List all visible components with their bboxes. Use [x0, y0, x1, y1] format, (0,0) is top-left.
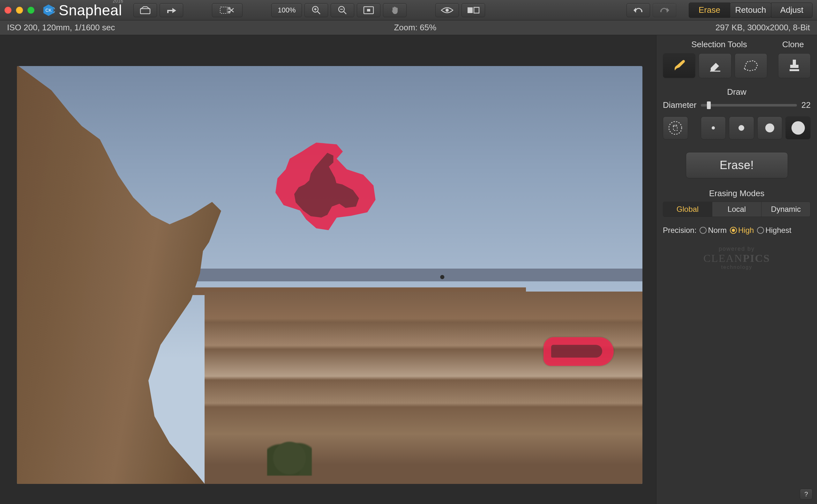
dot-icon	[739, 125, 744, 131]
radio-icon	[757, 227, 764, 234]
image-infobar: ISO 200, 120mm, 1/1600 sec Zoom: 65% 297…	[0, 20, 817, 35]
help-button[interactable]: ?	[800, 489, 813, 500]
svg-rect-13	[790, 69, 799, 71]
erase-button[interactable]: Erase!	[686, 152, 788, 178]
powered-by: powered by CLEANPICS technology	[703, 246, 770, 270]
app-badge-text: CK	[45, 8, 52, 13]
mode-tab-retouch[interactable]: Retouch	[730, 3, 771, 18]
mode-tabs: Erase Retouch Adjust	[689, 3, 813, 18]
svg-rect-11	[474, 7, 479, 13]
dot-icon	[712, 126, 715, 130]
brush-size-lg[interactable]	[785, 116, 811, 139]
undo-button[interactable]	[627, 3, 650, 17]
svg-point-9	[446, 9, 449, 12]
svg-rect-1	[140, 9, 150, 14]
right-panel: Selection Tools Clone Draw Diameter	[656, 35, 817, 504]
compare-button[interactable]	[462, 3, 485, 17]
svg-rect-2	[220, 7, 227, 13]
box-open-icon	[140, 6, 151, 14]
app-year: 2016	[113, 0, 123, 4]
mode-tab-erase[interactable]: Erase	[689, 3, 730, 18]
erasing-mode-dynamic[interactable]: Dynamic	[761, 202, 810, 217]
erasing-modes-segmented: Global Local Dynamic	[663, 202, 811, 217]
precision-high[interactable]: High	[730, 226, 754, 235]
svg-rect-10	[468, 7, 473, 13]
hand-pan-icon	[390, 5, 399, 15]
zoom-out-icon	[338, 5, 347, 15]
zoom-in-icon	[311, 5, 321, 15]
photo-bush	[267, 441, 312, 476]
precision-highest[interactable]: Highest	[757, 226, 791, 235]
image-canvas[interactable]	[17, 66, 643, 484]
redo-arrow-icon	[659, 6, 670, 14]
brush-size-sm[interactable]	[729, 116, 754, 139]
eraser-tool[interactable]	[699, 53, 731, 78]
diameter-value: 22	[801, 100, 811, 110]
eye-preview-icon	[441, 6, 454, 14]
window-minimize-button[interactable]	[16, 7, 23, 14]
zoom-percent-button[interactable]: 100%	[271, 3, 302, 17]
crop-scissors-icon	[219, 6, 235, 15]
diameter-slider-thumb[interactable]	[707, 101, 711, 109]
erasing-mode-global[interactable]: Global	[663, 202, 712, 217]
svg-rect-15	[673, 126, 677, 130]
hand-pan-button[interactable]	[383, 3, 406, 17]
precision-norm[interactable]: Norm	[700, 226, 727, 235]
mode-tab-adjust[interactable]: Adjust	[771, 3, 813, 18]
eraser-icon	[708, 58, 722, 73]
brush-tool[interactable]	[663, 53, 695, 78]
fit-screen-button[interactable]	[357, 3, 380, 17]
undo-arrow-icon	[633, 6, 644, 14]
window-close-button[interactable]	[4, 7, 11, 14]
open-button[interactable]	[133, 3, 157, 17]
app-name: Snapheal 2016	[59, 2, 122, 19]
exif-info: ISO 200, 120mm, 1/1600 sec	[7, 23, 115, 33]
app-logo-icon: CK	[42, 4, 55, 17]
window-titlebar: CK Snapheal 2016 100%	[0, 0, 817, 20]
draw-heading: Draw	[663, 87, 811, 97]
lasso-icon	[743, 59, 759, 72]
trash-dashed-icon	[668, 120, 683, 136]
brush-icon	[672, 58, 687, 73]
redo-button[interactable]	[653, 3, 676, 17]
lasso-tool[interactable]	[735, 53, 767, 78]
window-zoom-button[interactable]	[27, 7, 34, 14]
share-button[interactable]	[160, 3, 183, 17]
svg-point-14	[669, 122, 682, 134]
share-arrow-icon	[166, 6, 177, 14]
stamp-icon	[788, 58, 801, 74]
erasing-modes-heading: Erasing Modes	[663, 189, 811, 198]
erasing-mode-local[interactable]: Local	[712, 202, 761, 217]
selection-tools-heading: Selection Tools	[663, 40, 776, 49]
photo-helicopter-silhouette	[551, 345, 602, 358]
svg-marker-12	[744, 61, 758, 71]
diameter-label: Diameter	[663, 100, 696, 110]
image-info: 297 KB, 3000x2000, 8-Bit	[716, 23, 810, 33]
radio-icon	[730, 227, 737, 234]
radio-icon	[700, 227, 707, 234]
clone-heading: Clone	[776, 40, 811, 49]
brush-size-md[interactable]	[757, 116, 783, 139]
clone-stamp-tool[interactable]	[778, 53, 811, 78]
dot-icon	[791, 121, 805, 135]
zoom-out-button[interactable]	[330, 3, 354, 17]
fit-screen-icon	[363, 6, 374, 14]
svg-rect-8	[367, 9, 370, 11]
zoom-in-button[interactable]	[304, 3, 328, 17]
compare-split-icon	[467, 6, 480, 14]
clear-selection[interactable]	[663, 116, 688, 139]
preview-button[interactable]	[435, 3, 459, 17]
canvas-area	[0, 35, 656, 504]
dot-icon	[765, 123, 774, 132]
precision-label: Precision:	[663, 226, 696, 235]
window-traffic-lights	[4, 7, 34, 14]
brush-size-xs[interactable]	[701, 116, 726, 139]
app-brand: CK Snapheal 2016	[42, 2, 122, 19]
precision-row: Precision: Norm High Highest	[663, 226, 811, 235]
crop-button[interactable]	[212, 3, 242, 17]
diameter-slider[interactable]	[701, 104, 797, 107]
zoom-info: Zoom: 65%	[115, 23, 715, 33]
